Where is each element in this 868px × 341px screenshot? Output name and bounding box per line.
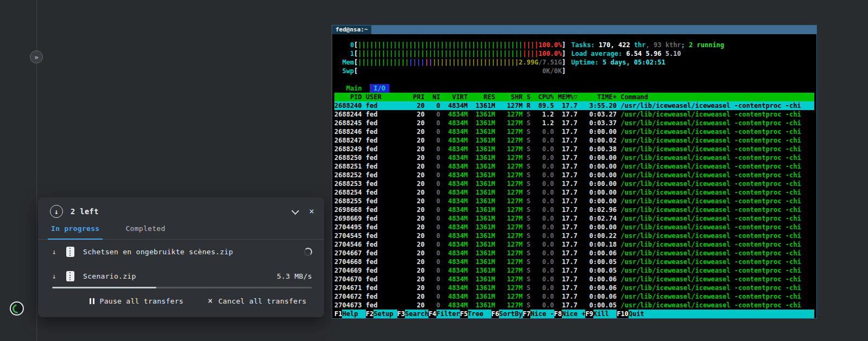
cell-pid: 2688250 bbox=[334, 153, 362, 162]
cell-mem: 17.7 bbox=[558, 301, 578, 310]
cell-cmd: /usr/lib/iceweasel/iceweasel -contentpro… bbox=[620, 266, 814, 275]
fkey-number: F4 bbox=[428, 310, 436, 318]
fkey-kill[interactable]: F9Kill bbox=[585, 310, 617, 318]
download-progressbar bbox=[52, 287, 312, 288]
process-row[interactable]: 2688245fed2004834M1361M127MS1.217.70:03.… bbox=[334, 119, 814, 127]
download-item[interactable]: ↓Schetsen en ongebruikte scènes.zip bbox=[38, 240, 324, 264]
meter-segment: ||||||||||||||||||||||||||||||||||||||||… bbox=[358, 49, 522, 58]
cell-ni: 0 bbox=[428, 188, 440, 197]
process-row[interactable]: 2688249fed2004834M1361M127MS0.017.70:00.… bbox=[334, 145, 814, 153]
process-row[interactable]: 2704670fed2004834M1361M127MS0.017.70:00.… bbox=[334, 275, 814, 284]
close-button[interactable]: × bbox=[309, 207, 314, 216]
meter-bracket-close: ] bbox=[562, 49, 566, 58]
process-row[interactable]: 2688244fed2004834M1361M127MS1.217.70:03.… bbox=[334, 110, 814, 119]
app-logo-icon[interactable] bbox=[10, 301, 24, 316]
tab-in-progress[interactable]: In progress bbox=[51, 224, 99, 233]
fkey-nice-[interactable]: F8Nice + bbox=[554, 310, 586, 318]
collapse-button[interactable] bbox=[293, 208, 298, 215]
cell-pri: 20 bbox=[405, 145, 425, 153]
process-row[interactable]: 2688251fed2004834M1361M127MS0.017.70:00.… bbox=[334, 162, 814, 171]
cell-shr: 127M bbox=[499, 119, 522, 127]
process-row[interactable]: 2688240fed2004834M1361M127MR89.517.73:55… bbox=[334, 101, 814, 110]
cell-mem: 17.7 bbox=[558, 231, 578, 240]
cell-time: 0:00.06 bbox=[581, 292, 617, 301]
process-row[interactable]: 2688252fed2004834M1361M127MS0.017.70:00.… bbox=[334, 171, 814, 179]
fkey-nice-[interactable]: F7Nice - bbox=[523, 310, 554, 318]
fkey-sortby[interactable]: F6SortBy bbox=[491, 310, 523, 318]
process-row[interactable]: 2704669fed2004834M1361M127MS0.017.70:00.… bbox=[334, 266, 814, 275]
process-row[interactable]: 2688247fed2004834M1361M127MS0.017.70:00.… bbox=[334, 136, 814, 145]
cell-time: 0:00.00 bbox=[581, 171, 617, 179]
cell-ni: 0 bbox=[428, 266, 440, 275]
fkey-help[interactable]: F1Help bbox=[334, 310, 366, 318]
cell-user: fed bbox=[366, 284, 401, 292]
meter-segment: |||| bbox=[523, 49, 538, 58]
cell-s: S bbox=[527, 205, 530, 214]
fkey-filter[interactable]: F4Filter bbox=[428, 310, 460, 318]
cell-time: 0:00.05 bbox=[581, 301, 617, 310]
cancel-icon: × bbox=[208, 297, 213, 305]
header-ni: NI bbox=[428, 93, 440, 101]
fkey-search[interactable]: F3Search bbox=[397, 310, 429, 318]
process-row[interactable]: 2698668fed2004834M1361M127MS0.017.70:02.… bbox=[334, 205, 814, 214]
cell-shr: 127M bbox=[499, 145, 522, 153]
cell-pri: 20 bbox=[405, 153, 425, 162]
process-row[interactable]: 2698669fed2004834M1361M127MS0.017.70:02.… bbox=[334, 214, 814, 223]
process-row[interactable]: 2704672fed2004834M1361M127MS0.017.70:00.… bbox=[334, 292, 814, 301]
pause-all-button[interactable]: Pause all transfers bbox=[76, 293, 197, 310]
fkey-label: Tree bbox=[468, 310, 491, 318]
cancel-all-button[interactable]: × Cancel all transfers bbox=[197, 293, 318, 310]
process-table-header[interactable]: PIDUSERPRINIVIRTRESSHRSCPU%MEM%▽TIME+Com… bbox=[334, 93, 814, 101]
tab-completed[interactable]: Completed bbox=[125, 224, 165, 233]
cell-cmd: /usr/lib/iceweasel/iceweasel -contentpro… bbox=[620, 171, 814, 179]
cell-mem: 17.7 bbox=[558, 162, 578, 171]
process-row[interactable]: 2704667fed2004834M1361M127MS0.017.70:00.… bbox=[334, 249, 814, 258]
meter-segment: || bbox=[425, 58, 432, 67]
cell-cmd: /usr/lib/iceweasel/iceweasel -contentpro… bbox=[620, 214, 814, 223]
meter-line: 1[||||||||||||||||||||||||||||||||||||||… bbox=[334, 49, 566, 58]
panel-expand-button[interactable]: » bbox=[30, 50, 43, 63]
download-item[interactable]: ↓Scenario.zip5.3 MB/s bbox=[38, 264, 324, 288]
tab-io[interactable]: I/O bbox=[370, 84, 389, 93]
cell-res: 1361M bbox=[472, 162, 495, 171]
terminal-titlebar[interactable]: fed@nsa:~ bbox=[332, 25, 816, 34]
process-row[interactable]: 2704668fed2004834M1361M127MS0.017.70:00.… bbox=[334, 258, 814, 266]
cell-pri: 20 bbox=[405, 101, 425, 110]
process-row[interactable]: 2688253fed2004834M1361M127MS0.017.70:00.… bbox=[334, 179, 814, 188]
cell-pri: 20 bbox=[405, 301, 425, 310]
cell-shr: 127M bbox=[499, 223, 522, 231]
cell-cpu: 0.0 bbox=[534, 292, 554, 301]
fkey-quit[interactable]: F10Quit bbox=[617, 310, 652, 318]
meter-bracket-open: [ bbox=[354, 49, 358, 58]
process-row[interactable]: 2688246fed2004834M1361M127MS0.017.70:00.… bbox=[334, 127, 814, 136]
cell-user: fed bbox=[366, 301, 401, 310]
process-row[interactable]: 2704671fed2004834M1361M127MS0.017.70:00.… bbox=[334, 284, 814, 292]
cell-res: 1361M bbox=[472, 214, 495, 223]
process-row[interactable]: 2704495fed2004834M1361M127MS0.017.70:00.… bbox=[334, 223, 814, 231]
fkey-number: F3 bbox=[397, 310, 405, 318]
meter-segment: 2.99G bbox=[519, 58, 538, 67]
cell-virt: 4834M bbox=[444, 179, 467, 188]
cell-ni: 0 bbox=[428, 292, 440, 301]
cell-shr: 127M bbox=[499, 110, 522, 119]
meter-bracket-open: [ bbox=[354, 41, 358, 49]
process-row[interactable]: 2704546fed2004834M1361M127MS0.017.70:00.… bbox=[334, 240, 814, 249]
cell-cmd: /usr/lib/iceweasel/iceweasel -contentpro… bbox=[620, 101, 814, 110]
process-row[interactable]: 2704545fed2004834M1361M127MS0.017.70:00.… bbox=[334, 231, 814, 240]
cell-cpu: 0.0 bbox=[534, 145, 554, 153]
htop-screen: 0[||||||||||||||||||||||||||||||||||||||… bbox=[332, 34, 816, 318]
cell-res: 1361M bbox=[472, 292, 495, 301]
cell-cmd: /usr/lib/iceweasel/iceweasel -contentpro… bbox=[620, 275, 814, 284]
fkey-setup[interactable]: F2Setup bbox=[366, 310, 397, 318]
cell-s: S bbox=[527, 275, 530, 284]
process-row[interactable]: 2688254fed2004834M1361M127MS0.017.70:00.… bbox=[334, 188, 814, 197]
fkey-tree[interactable]: F5Tree bbox=[460, 310, 491, 318]
process-row[interactable]: 2688250fed2004834M1361M127MS0.017.70:00.… bbox=[334, 153, 814, 162]
process-row[interactable]: 2688255fed2004834M1361M127MS0.017.70:00.… bbox=[334, 197, 814, 205]
cell-cpu: 0.0 bbox=[534, 258, 554, 266]
process-row[interactable]: 2704673fed2004834M1361M127MS0.017.70:00.… bbox=[334, 301, 814, 310]
cell-time: 0:00.00 bbox=[581, 223, 617, 231]
tab-main[interactable]: Main bbox=[346, 84, 362, 93]
cell-s: S bbox=[527, 292, 530, 301]
cell-res: 1361M bbox=[472, 145, 495, 153]
